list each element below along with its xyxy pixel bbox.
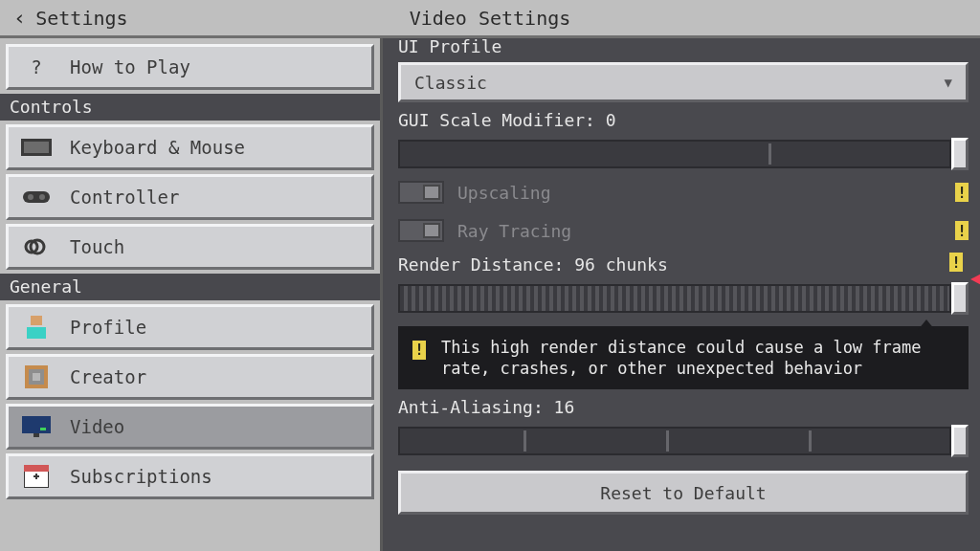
controller-icon [20,185,53,209]
svg-point-4 [39,194,45,200]
render-distance-slider[interactable] [398,284,969,313]
ui-profile-dropdown[interactable]: Classic ▼ [398,62,969,102]
svg-rect-13 [33,433,39,437]
slider-tick [809,430,812,452]
question-icon: ? [20,55,53,79]
gui-scale-label: GUI Scale Modifier: 0 [398,110,969,130]
slider-tick [768,143,771,165]
chevron-down-icon: ▼ [945,75,952,90]
sidebar-group-controls: Controls [0,94,380,121]
anti-aliasing-label: Anti-Aliasing: 16 [398,397,969,417]
button-label: Reset to Default [600,483,766,503]
gui-scale-slider[interactable] [398,140,969,168]
warning-icon: ! [955,183,969,202]
page-title: Video Settings [0,7,980,30]
dropdown-value: Classic [414,73,487,93]
ray-tracing-toggle[interactable] [398,219,444,242]
ray-tracing-label: Ray Tracing [457,221,571,241]
slider-track [398,284,951,313]
slider-thumb[interactable] [951,425,969,457]
svg-rect-11 [33,373,40,381]
sidebar-item-label: Creator [70,366,146,387]
warning-icon: ! [955,221,969,240]
sidebar-item-how-to-play[interactable]: ? How to Play [6,44,374,90]
svg-rect-7 [31,316,42,325]
subscriptions-icon [20,464,53,489]
upscaling-toggle[interactable] [398,181,444,204]
sidebar-item-video[interactable]: Video [6,404,374,450]
tooltip-text: This high render distance could cause a … [441,338,922,378]
sidebar-item-label: Keyboard & Mouse [70,137,245,158]
settings-panel: FOV Can Be Altered By Gameplay UI Profil… [383,38,980,551]
sidebar-item-label: How to Play [70,56,190,77]
svg-marker-19 [970,239,980,312]
sidebar-item-label: Touch [70,236,124,257]
sidebar-item-label: Controller [70,187,179,208]
slider-track [398,140,951,168]
creator-icon [20,364,53,389]
sidebar-group-general: General [0,274,380,300]
sidebar: ? How to Play Controls Keyboard & Mouse … [0,38,383,551]
touch-icon [20,234,53,259]
sidebar-item-creator[interactable]: Creator [6,354,374,400]
upscaling-row: Upscaling ! [398,176,969,209]
toggle-knob [423,223,440,238]
slider-thumb[interactable] [951,282,969,315]
sidebar-item-subscriptions[interactable]: Subscriptions [6,453,374,499]
keyboard-icon [20,135,53,160]
warning-icon: ! [949,253,963,272]
sidebar-item-profile[interactable]: Profile [6,304,374,350]
svg-rect-8 [27,327,46,339]
sidebar-item-label: Video [70,416,124,437]
sidebar-item-touch[interactable]: Touch [6,224,374,270]
upscaling-label: Upscaling [457,183,551,203]
slider-track [398,427,951,455]
video-icon [20,414,53,439]
svg-point-3 [28,194,33,200]
warning-icon: ! [412,341,426,360]
chevron-left-icon: ‹ [13,6,26,30]
svg-rect-16 [24,465,49,472]
back-label: Settings [35,7,127,30]
render-distance-warning-tooltip: ! This high render distance could cause … [398,326,969,389]
svg-rect-2 [23,191,50,203]
svg-rect-18 [35,474,37,479]
tooltip-arrow [918,320,935,330]
profile-icon [20,315,53,340]
toggle-knob [423,185,440,200]
svg-rect-12 [22,416,51,433]
svg-rect-14 [40,428,46,430]
slider-thumb[interactable] [951,138,969,170]
reset-to-default-button[interactable]: Reset to Default [398,471,969,515]
ray-tracing-row: Ray Tracing ! [398,214,969,247]
ui-profile-label: UI Profile [398,38,969,56]
annotation-arrow [970,220,980,325]
slider-tick [523,430,526,452]
render-distance-label: Render Distance: 96 chunks [398,254,969,275]
sidebar-item-label: Subscriptions [70,466,212,487]
sidebar-item-label: Profile [70,317,146,338]
svg-rect-1 [24,142,49,153]
anti-aliasing-slider[interactable] [398,427,969,455]
slider-tick [666,430,669,452]
sidebar-item-controller[interactable]: Controller [6,174,374,220]
sidebar-item-keyboard-mouse[interactable]: Keyboard & Mouse [6,124,374,170]
back-button[interactable]: ‹ Settings [0,6,128,30]
